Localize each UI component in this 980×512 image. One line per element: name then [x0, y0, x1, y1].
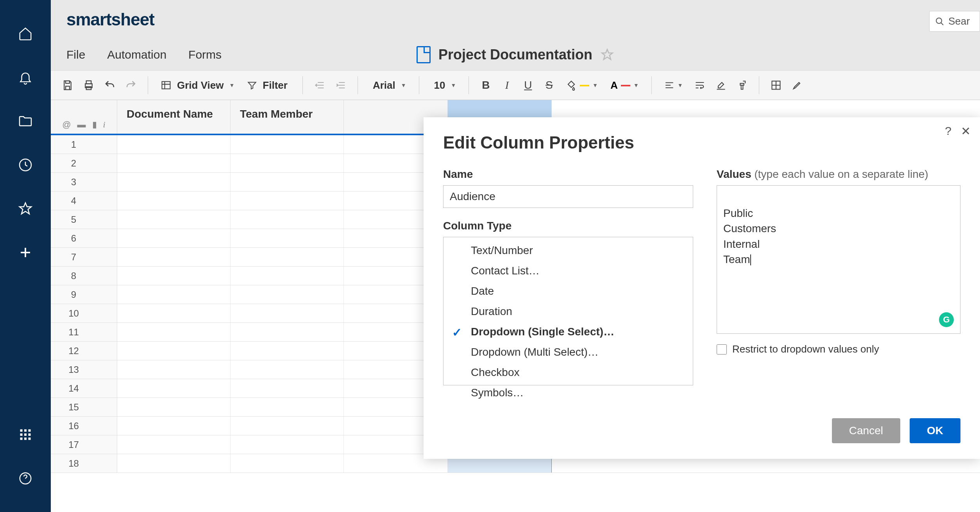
- column-type-option[interactable]: Dropdown (Multi Select)…: [444, 342, 693, 362]
- row-number[interactable]: 1: [51, 135, 117, 154]
- cell[interactable]: [231, 285, 344, 304]
- row-number[interactable]: 5: [51, 210, 117, 229]
- row-number[interactable]: 7: [51, 248, 117, 266]
- cell[interactable]: [117, 192, 231, 210]
- column-type-option[interactable]: Contact List…: [444, 261, 693, 281]
- favorites-icon[interactable]: [17, 201, 34, 217]
- row-number[interactable]: 13: [51, 360, 117, 379]
- row-number[interactable]: 17: [51, 435, 117, 454]
- column-type-option[interactable]: Date: [444, 281, 693, 301]
- column-type-option[interactable]: Symbols…: [444, 383, 693, 403]
- folder-icon[interactable]: [17, 113, 34, 129]
- cell[interactable]: [231, 248, 344, 266]
- cell[interactable]: [117, 248, 231, 266]
- row-number[interactable]: 4: [51, 192, 117, 210]
- cell[interactable]: [117, 210, 231, 229]
- cell[interactable]: [117, 135, 231, 154]
- menu-automation[interactable]: Automation: [107, 48, 166, 61]
- highlight-icon[interactable]: [788, 76, 806, 94]
- outdent-icon[interactable]: [311, 76, 329, 94]
- cell[interactable]: [231, 173, 344, 191]
- fill-color-button[interactable]: ▼: [561, 77, 603, 93]
- redo-icon[interactable]: [122, 76, 140, 94]
- cell[interactable]: [231, 192, 344, 210]
- align-button[interactable]: ▼: [660, 78, 688, 93]
- text-color-button[interactable]: A▼: [606, 77, 644, 94]
- row-number[interactable]: 12: [51, 342, 117, 360]
- row-number[interactable]: 14: [51, 379, 117, 397]
- restrict-checkbox[interactable]: [717, 344, 727, 354]
- menu-file[interactable]: File: [66, 48, 85, 61]
- search-input[interactable]: Sear: [929, 11, 980, 32]
- cell[interactable]: [117, 417, 231, 435]
- recents-icon[interactable]: [17, 157, 34, 173]
- cell[interactable]: [117, 398, 231, 416]
- indent-icon[interactable]: [332, 76, 350, 94]
- row-number[interactable]: 10: [51, 304, 117, 322]
- column-type-option[interactable]: Duration: [444, 301, 693, 322]
- cell[interactable]: [231, 267, 344, 285]
- row-number[interactable]: 3: [51, 173, 117, 191]
- strikethrough-icon[interactable]: S: [540, 76, 558, 94]
- cell[interactable]: [231, 360, 344, 379]
- cell[interactable]: [117, 154, 231, 172]
- values-textarea[interactable]: PublicCustomersInternalTeam G: [717, 185, 960, 334]
- cell[interactable]: [231, 154, 344, 172]
- print-icon[interactable]: [80, 76, 98, 94]
- column-type-list[interactable]: Text/NumberContact List…DateDurationDrop…: [443, 237, 693, 385]
- restrict-checkbox-row[interactable]: Restrict to dropdown values only: [717, 343, 960, 355]
- wrap-icon[interactable]: [691, 76, 709, 94]
- cell[interactable]: [117, 342, 231, 360]
- cell[interactable]: [117, 267, 231, 285]
- cell[interactable]: [117, 304, 231, 322]
- row-number[interactable]: 15: [51, 398, 117, 416]
- column-type-option[interactable]: Text/Number: [444, 240, 693, 261]
- cell[interactable]: [231, 342, 344, 360]
- cell[interactable]: [231, 379, 344, 397]
- cell[interactable]: [231, 435, 344, 454]
- column-header-document-name[interactable]: Document Name: [117, 100, 231, 134]
- row-number[interactable]: 11: [51, 323, 117, 341]
- save-icon[interactable]: [59, 76, 77, 94]
- undo-icon[interactable]: [101, 76, 119, 94]
- cell[interactable]: [117, 323, 231, 341]
- borders-icon[interactable]: [767, 76, 785, 94]
- notifications-icon[interactable]: [17, 69, 34, 86]
- font-selector[interactable]: Arial ▼: [366, 77, 411, 94]
- grammarly-icon[interactable]: G: [939, 312, 954, 327]
- cell[interactable]: [231, 417, 344, 435]
- cancel-button[interactable]: Cancel: [832, 418, 900, 443]
- cell[interactable]: [231, 454, 344, 473]
- row-number[interactable]: 6: [51, 229, 117, 247]
- dialog-help-icon[interactable]: ?: [945, 124, 951, 138]
- cell[interactable]: [117, 229, 231, 247]
- underline-icon[interactable]: U: [519, 76, 537, 94]
- document-title[interactable]: Project Documentation: [438, 47, 592, 63]
- dialog-close-icon[interactable]: ✕: [961, 124, 971, 138]
- help-icon[interactable]: [17, 470, 34, 487]
- bold-icon[interactable]: B: [477, 76, 495, 94]
- cell[interactable]: [117, 435, 231, 454]
- home-icon[interactable]: [17, 25, 34, 42]
- filter-button[interactable]: Filter: [242, 77, 295, 94]
- cell[interactable]: [231, 229, 344, 247]
- cell[interactable]: [117, 454, 231, 473]
- add-icon[interactable]: [17, 244, 34, 261]
- row-number[interactable]: 8: [51, 267, 117, 285]
- cell[interactable]: [231, 210, 344, 229]
- ok-button[interactable]: OK: [910, 418, 960, 443]
- cell[interactable]: [117, 173, 231, 191]
- cell[interactable]: [231, 323, 344, 341]
- apps-icon[interactable]: [17, 426, 34, 443]
- clear-format-icon[interactable]: [712, 76, 730, 94]
- cell[interactable]: [231, 398, 344, 416]
- format-painter-icon[interactable]: [733, 76, 751, 94]
- column-type-option[interactable]: Checkbox: [444, 362, 693, 383]
- star-icon[interactable]: [600, 48, 614, 62]
- row-number[interactable]: 9: [51, 285, 117, 304]
- italic-icon[interactable]: I: [498, 76, 516, 94]
- cell[interactable]: [117, 285, 231, 304]
- cell[interactable]: [117, 360, 231, 379]
- row-number[interactable]: 16: [51, 417, 117, 435]
- row-number[interactable]: 18: [51, 454, 117, 473]
